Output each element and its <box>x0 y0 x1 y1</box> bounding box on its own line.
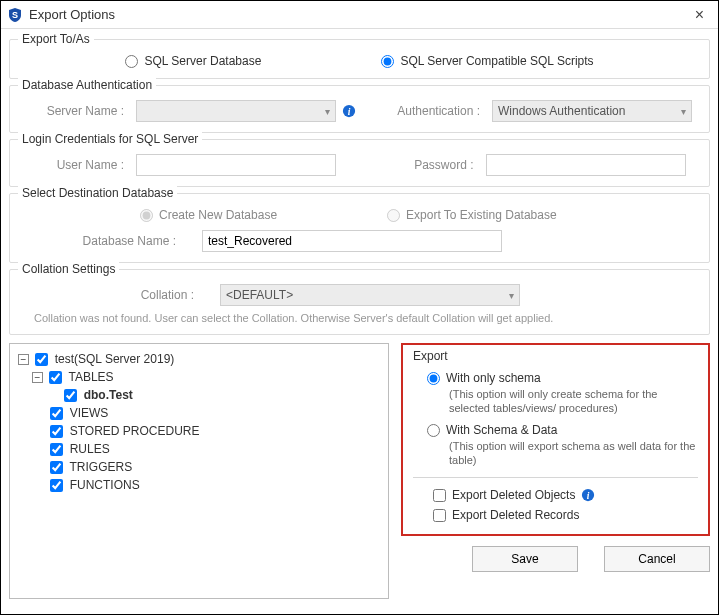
radio-schema-only-label: With only schema <box>446 371 541 385</box>
tree-sp-label: STORED PROCEDURE <box>70 424 200 438</box>
server-name-label: Server Name : <box>20 104 130 118</box>
group-export-options: Export With only schema (This option wil… <box>401 343 710 536</box>
tree-rules-label: RULES <box>70 442 110 456</box>
group-collation: Collation Settings Collation : <DEFAULT>… <box>9 269 710 335</box>
radio-sql-db-label: SQL Server Database <box>144 54 261 68</box>
username-input[interactable] <box>136 154 336 176</box>
radio-schema-data-input[interactable] <box>427 424 440 437</box>
radio-existing-db-input[interactable] <box>387 209 400 222</box>
info-icon[interactable]: i <box>342 104 356 118</box>
password-label: Password : <box>370 158 480 172</box>
radio-sql-scripts-label: SQL Server Compatible SQL Scripts <box>400 54 593 68</box>
radio-create-db[interactable]: Create New Database <box>140 208 277 222</box>
export-to-legend: Export To/As <box>18 32 94 46</box>
tree-root-label: test(SQL Server 2019) <box>55 352 175 366</box>
radio-existing-db[interactable]: Export To Existing Database <box>387 208 557 222</box>
chevron-down-icon: ▾ <box>509 290 514 301</box>
export-options-legend: Export <box>413 349 698 363</box>
tree-node-functions[interactable]: FUNCTIONS <box>32 476 382 494</box>
save-button[interactable]: Save <box>472 546 578 572</box>
collation-legend: Collation Settings <box>18 262 119 276</box>
radio-existing-db-label: Export To Existing Database <box>406 208 557 222</box>
radio-create-db-input[interactable] <box>140 209 153 222</box>
auth-value: Windows Authentication <box>498 104 625 118</box>
radio-schema-only-input[interactable] <box>427 372 440 385</box>
svg-text:i: i <box>587 490 590 501</box>
svg-text:S: S <box>12 10 18 20</box>
tree-tables-checkbox[interactable] <box>49 371 62 384</box>
collapse-icon[interactable]: − <box>32 372 43 383</box>
collapse-icon[interactable]: − <box>18 354 29 365</box>
group-login: Login Credentials for SQL Server User Na… <box>9 139 710 187</box>
object-tree[interactable]: − test(SQL Server 2019) − TABLES <box>9 343 389 599</box>
radio-sql-scripts-input[interactable] <box>381 55 394 68</box>
chevron-down-icon: ▾ <box>325 106 330 117</box>
chk-deleted-records-row[interactable]: Export Deleted Records <box>433 508 698 522</box>
username-label: User Name : <box>20 158 130 172</box>
titlebar: S Export Options × <box>1 1 718 29</box>
auth-select[interactable]: Windows Authentication ▾ <box>492 100 692 122</box>
destination-legend: Select Destination Database <box>18 186 177 200</box>
tree-node-dbo-test[interactable]: dbo.Test <box>46 386 382 404</box>
radio-schema-data-label: With Schema & Data <box>446 423 557 437</box>
tree-root[interactable]: − test(SQL Server 2019) − TABLES <box>18 350 382 494</box>
tree-node-sp[interactable]: STORED PROCEDURE <box>32 422 382 440</box>
group-export-to: Export To/As SQL Server Database SQL Ser… <box>9 39 710 79</box>
server-name-select[interactable]: ▾ <box>136 100 336 122</box>
tree-dbotest-checkbox[interactable] <box>64 389 77 402</box>
tree-sp-checkbox[interactable] <box>50 425 63 438</box>
tree-rules-checkbox[interactable] <box>50 443 63 456</box>
schema-data-desc: (This option will export schema as well … <box>449 439 698 467</box>
tree-tables-label: TABLES <box>68 370 113 384</box>
chk-deleted-records-label: Export Deleted Records <box>452 508 579 522</box>
radio-sql-scripts[interactable]: SQL Server Compatible SQL Scripts <box>381 54 593 68</box>
window-title: Export Options <box>29 7 689 22</box>
radio-create-db-label: Create New Database <box>159 208 277 222</box>
tree-functions-checkbox[interactable] <box>50 479 63 492</box>
tree-dbotest-label: dbo.Test <box>84 388 133 402</box>
login-legend: Login Credentials for SQL Server <box>18 132 202 146</box>
db-auth-legend: Database Authentication <box>18 78 156 92</box>
dbname-label: Database Name : <box>52 234 182 248</box>
tree-functions-label: FUNCTIONS <box>70 478 140 492</box>
chevron-down-icon: ▾ <box>681 106 686 117</box>
tree-root-checkbox[interactable] <box>35 353 48 366</box>
radio-schema-only[interactable]: With only schema <box>427 371 698 385</box>
tree-views-checkbox[interactable] <box>50 407 63 420</box>
collation-label: Collation : <box>90 288 200 302</box>
dbname-input[interactable] <box>202 230 502 252</box>
tree-node-views[interactable]: VIEWS <box>32 404 382 422</box>
group-db-auth: Database Authentication Server Name : ▾ … <box>9 85 710 133</box>
schema-only-desc: (This option will only create schema for… <box>449 387 698 415</box>
tree-node-triggers[interactable]: TRIGGERS <box>32 458 382 476</box>
svg-text:i: i <box>348 106 351 117</box>
chk-deleted-records[interactable] <box>433 509 446 522</box>
tree-triggers-label: TRIGGERS <box>69 460 132 474</box>
auth-label: Authentication : <box>376 104 486 118</box>
close-icon[interactable]: × <box>689 7 710 23</box>
group-destination: Select Destination Database Create New D… <box>9 193 710 263</box>
tree-triggers-checkbox[interactable] <box>50 461 63 474</box>
chk-deleted-objects[interactable] <box>433 489 446 502</box>
chk-deleted-objects-row[interactable]: Export Deleted Objects i <box>433 488 698 502</box>
dialog-content: Export To/As SQL Server Database SQL Ser… <box>1 29 718 607</box>
radio-schema-data[interactable]: With Schema & Data <box>427 423 698 437</box>
radio-sql-db[interactable]: SQL Server Database <box>125 54 261 68</box>
collation-select[interactable]: <DEFAULT> ▾ <box>220 284 520 306</box>
radio-sql-db-input[interactable] <box>125 55 138 68</box>
password-input[interactable] <box>486 154 686 176</box>
tree-node-rules[interactable]: RULES <box>32 440 382 458</box>
collation-value: <DEFAULT> <box>226 288 293 302</box>
tree-views-label: VIEWS <box>70 406 109 420</box>
app-shield-icon: S <box>7 7 23 23</box>
chk-deleted-objects-label: Export Deleted Objects <box>452 488 575 502</box>
info-icon[interactable]: i <box>581 488 595 502</box>
tree-node-tables[interactable]: − TABLES dbo.Test <box>32 368 382 404</box>
collation-note: Collation was not found. User can select… <box>34 312 699 324</box>
cancel-button[interactable]: Cancel <box>604 546 710 572</box>
